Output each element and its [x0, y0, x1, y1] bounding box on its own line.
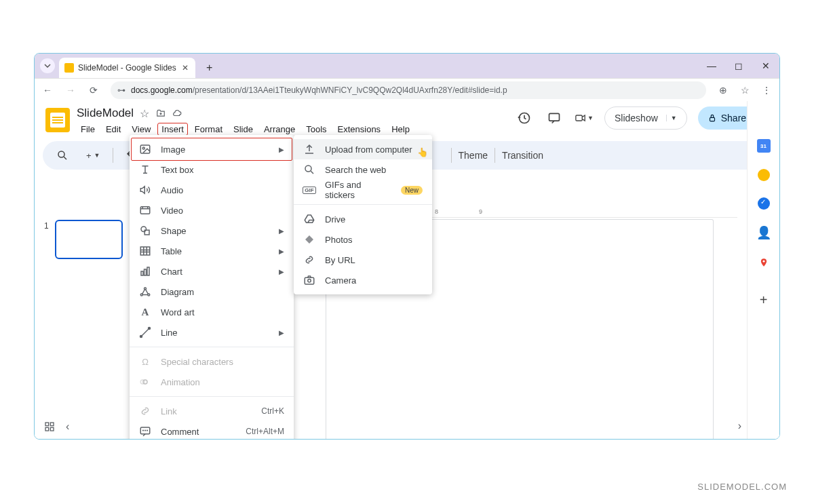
site-info-icon[interactable]: ⊶ [117, 85, 125, 95]
history-icon[interactable] [515, 109, 534, 128]
tasks-icon[interactable] [758, 197, 770, 210]
maximize-button[interactable]: ◻ [725, 54, 752, 78]
svg-rect-0 [549, 113, 559, 121]
insert-diagram-item[interactable]: Diagram [130, 282, 294, 302]
submenu-arrow-icon: ▶ [279, 146, 284, 153]
keep-icon[interactable] [758, 169, 770, 181]
prev-slide-button[interactable]: ‹ [66, 421, 69, 433]
chart-icon [139, 265, 151, 277]
search-web-item[interactable]: Search the web [294, 159, 432, 180]
upload-from-computer-item[interactable]: Upload from computer [294, 139, 432, 159]
new-tab-button[interactable]: + [201, 60, 218, 76]
zoom-icon[interactable]: ⊕ [717, 84, 729, 96]
transition-button[interactable]: Transition [502, 150, 543, 161]
drive-item[interactable]: Drive [294, 209, 432, 229]
reload-button[interactable]: ⟳ [88, 84, 100, 96]
svg-point-28 [308, 279, 311, 283]
svg-point-21 [140, 336, 142, 338]
textbox-icon [139, 163, 151, 176]
submenu-arrow-icon: ▶ [279, 248, 284, 255]
insert-audio-item[interactable]: Audio [130, 180, 294, 200]
slides-favicon-icon [64, 63, 74, 73]
insert-comment-item[interactable]: Comment Ctrl+Alt+M [130, 421, 294, 440]
menu-view[interactable]: View [128, 123, 155, 136]
menu-tools[interactable]: Tools [302, 123, 330, 136]
slides-logo-icon[interactable] [45, 108, 70, 132]
image-icon [139, 143, 151, 155]
submenu-arrow-icon: ▶ [279, 329, 284, 336]
camera-item[interactable]: Camera [294, 270, 432, 290]
back-button[interactable]: ← [41, 84, 54, 96]
document-title[interactable]: SlideModel [77, 106, 134, 120]
comment-icon [139, 425, 151, 438]
menu-arrange[interactable]: Arrange [260, 123, 299, 136]
cloud-status-icon[interactable] [172, 108, 182, 119]
svg-rect-16 [144, 269, 147, 275]
new-slide-button[interactable]: + ▼ [81, 148, 106, 163]
slide-panel: 1 [44, 220, 123, 259]
menu-insert[interactable]: Insert [157, 123, 188, 136]
insert-textbox-item[interactable]: Text box [130, 159, 294, 180]
gifs-stickers-item[interactable]: GIF GIFs and stickers New [294, 180, 432, 200]
tab-title: SlideModel - Google Slides [78, 63, 176, 73]
svg-point-12 [141, 227, 147, 232]
svg-point-10 [142, 147, 144, 149]
get-addons-button[interactable]: + [760, 292, 768, 308]
browser-tab-strip: SlideModel - Google Slides ✕ + — ◻ ✕ [35, 54, 779, 78]
svg-rect-7 [45, 427, 49, 431]
close-window-button[interactable]: ✕ [752, 54, 779, 78]
comments-icon[interactable] [545, 109, 564, 128]
menu-help[interactable]: Help [387, 123, 414, 136]
slideshow-button[interactable]: Slideshow ▼ [604, 106, 687, 130]
photos-item[interactable]: Photos [294, 229, 432, 250]
tab-search-dropdown[interactable] [40, 58, 55, 73]
forward-button[interactable]: → [64, 84, 77, 96]
theme-button[interactable]: Theme [459, 150, 488, 161]
search-menus-button[interactable] [51, 147, 74, 164]
svg-rect-17 [147, 267, 149, 275]
svg-point-22 [149, 328, 151, 330]
show-side-panel-button[interactable]: › [738, 420, 741, 432]
menu-edit[interactable]: Edit [102, 123, 125, 136]
menu-extensions[interactable]: Extensions [334, 123, 385, 136]
maps-icon[interactable] [757, 256, 771, 269]
bookmark-icon[interactable]: ☆ [739, 84, 751, 96]
insert-image-item[interactable]: Image ▶ [130, 139, 294, 159]
grid-view-button[interactable] [44, 421, 55, 432]
svg-rect-8 [50, 427, 54, 431]
insert-line-item[interactable]: Line ▶ [130, 322, 294, 343]
gif-icon: GIF [303, 184, 315, 196]
menu-slide[interactable]: Slide [229, 123, 257, 136]
insert-chart-item[interactable]: Chart ▶ [130, 261, 294, 282]
contacts-icon[interactable]: 👤 [757, 226, 771, 239]
slideshow-dropdown[interactable]: ▼ [666, 115, 677, 121]
menu-format[interactable]: Format [191, 123, 227, 136]
url-input[interactable]: ⊶ docs.google.com/presentation/d/13AAei1… [111, 81, 706, 99]
svg-rect-5 [45, 423, 49, 426]
star-icon[interactable]: ☆ [139, 108, 150, 119]
svg-rect-1 [576, 115, 582, 121]
slide-thumbnail[interactable] [55, 220, 123, 259]
calendar-icon[interactable]: 31 [757, 139, 771, 153]
insert-wordart-item[interactable]: A Word art [130, 302, 294, 322]
insert-video-item[interactable]: Video [130, 200, 294, 220]
svg-rect-11 [140, 207, 150, 214]
by-url-item[interactable]: By URL [294, 250, 432, 270]
chrome-menu-icon[interactable]: ⋮ [760, 84, 773, 96]
slide-number: 1 [44, 221, 49, 231]
close-tab-button[interactable]: ✕ [180, 63, 190, 73]
camera-icon [303, 274, 315, 286]
menubar: File Edit View Insert Format Slide Arran… [77, 123, 414, 136]
submenu-arrow-icon: ▶ [279, 227, 284, 235]
move-icon[interactable] [155, 108, 166, 119]
diagram-icon [139, 286, 151, 298]
insert-table-item[interactable]: Table ▶ [130, 241, 294, 261]
insert-shape-item[interactable]: Shape ▶ [130, 220, 294, 241]
menu-file[interactable]: File [77, 123, 99, 136]
submenu-arrow-icon: ▶ [279, 268, 284, 275]
svg-rect-2 [710, 117, 714, 121]
browser-tab[interactable]: SlideModel - Google Slides ✕ [59, 58, 195, 78]
meet-icon[interactable]: ▼ [575, 109, 594, 128]
watermark: SLIDEMODEL.COM [697, 482, 787, 492]
minimize-button[interactable]: — [698, 54, 725, 78]
